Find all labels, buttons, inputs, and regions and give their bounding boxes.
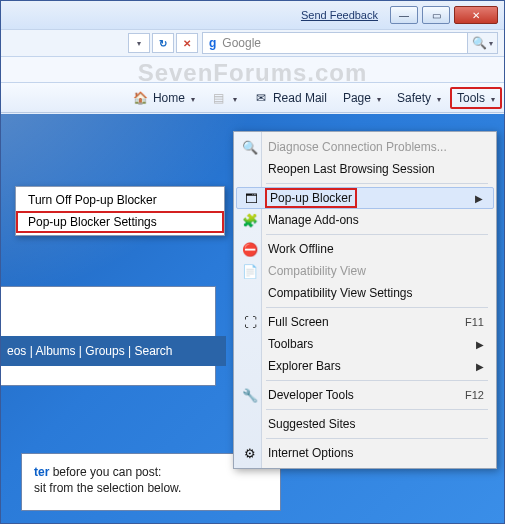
command-bar: 🏠Home ▤ ✉Read Mail Page Safety Tools <box>1 83 504 113</box>
menu-item-label: Work Offline <box>268 242 334 256</box>
tools-menu-item-diagnose: 🔍Diagnose Connection Problems... <box>236 136 494 158</box>
tools-menu-button[interactable]: Tools <box>450 87 502 109</box>
send-feedback-link[interactable]: Send Feedback <box>301 9 378 21</box>
menu-item-label: Compatibility View Settings <box>268 286 413 300</box>
tools-menu-item-suggested[interactable]: Suggested Sites <box>236 413 494 435</box>
compatview-icon: 📄 <box>241 262 259 280</box>
fullscreen-icon: ⛶ <box>241 313 259 331</box>
feed-icon: ▤ <box>211 90 227 106</box>
tools-menu-item-popup[interactable]: 🗔Pop-up Blocker▶ <box>236 187 494 209</box>
mail-icon: ✉ <box>253 90 269 106</box>
page-menu-button[interactable]: Page <box>336 87 388 109</box>
addons-icon: 🧩 <box>241 211 259 229</box>
tools-menu-item-toolbars[interactable]: Toolbars▶ <box>236 333 494 355</box>
menu-item-label: Diagnose Connection Problems... <box>268 140 447 154</box>
address-row: ↻ ✕ g Google 🔍 ▾ <box>1 29 504 57</box>
menu-item-label: Compatibility View <box>268 264 366 278</box>
search-go-button[interactable]: 🔍 ▾ <box>468 32 498 54</box>
tools-menu-item-inetopt[interactable]: ⚙Internet Options <box>236 442 494 464</box>
popup-blocker-settings-item[interactable]: Pop-up Blocker Settings <box>16 211 224 233</box>
tools-menu-item-compatset[interactable]: Compatibility View Settings <box>236 282 494 304</box>
turn-off-popup-blocker-item[interactable]: Turn Off Pop-up Blocker <box>16 189 224 211</box>
tabstrip-item[interactable]: Search <box>134 344 172 358</box>
menu-shortcut: F11 <box>465 316 484 328</box>
titlebar: Send Feedback — ▭ ✕ <box>1 1 504 29</box>
tools-menu-item-devtools[interactable]: 🔧Developer ToolsF12 <box>236 384 494 406</box>
home-icon: 🏠 <box>133 90 149 106</box>
diagnose-icon: 🔍 <box>241 138 259 156</box>
history-dropdown-button[interactable] <box>128 33 150 53</box>
inetopt-icon: ⚙ <box>241 444 259 462</box>
tools-menu-item-explorerbars[interactable]: Explorer Bars▶ <box>236 355 494 377</box>
tools-menu-item-addons[interactable]: 🧩Manage Add-ons <box>236 209 494 231</box>
menu-item-label: Internet Options <box>268 446 353 460</box>
menu-item-label: Manage Add-ons <box>268 213 359 227</box>
submenu-arrow-icon: ▶ <box>475 193 483 204</box>
tabstrip-item[interactable]: Groups <box>85 344 124 358</box>
menu-item-label: Full Screen <box>268 315 329 329</box>
tools-menu-item-compatview: 📄Compatibility View <box>236 260 494 282</box>
tabstrip-item[interactable]: Albums <box>35 344 75 358</box>
home-button[interactable]: 🏠Home <box>126 86 202 110</box>
menu-item-label: Suggested Sites <box>268 417 355 431</box>
tools-menu-item-offline[interactable]: ⛔Work Offline <box>236 238 494 260</box>
read-mail-button[interactable]: ✉Read Mail <box>246 86 334 110</box>
offline-icon: ⛔ <box>241 240 259 258</box>
search-box[interactable]: g Google <box>202 32 468 54</box>
safety-menu-button[interactable]: Safety <box>390 87 448 109</box>
menu-item-label: Developer Tools <box>268 388 354 402</box>
menu-item-label: Toolbars <box>268 337 313 351</box>
register-link-fragment[interactable]: ter <box>34 465 49 479</box>
close-button[interactable]: ✕ <box>454 6 498 24</box>
feeds-button[interactable]: ▤ <box>204 86 244 110</box>
tabstrip-item[interactable]: eos <box>7 344 26 358</box>
search-engine-icon: g <box>209 36 216 50</box>
search-icon: 🔍 <box>472 36 487 50</box>
popup-blocker-submenu: Turn Off Pop-up Blocker Pop-up Blocker S… <box>15 186 225 236</box>
window-frame: Send Feedback — ▭ ✕ ↻ ✕ g Google 🔍 ▾ Sev… <box>0 0 505 524</box>
refresh-button[interactable]: ↻ <box>152 33 174 53</box>
menu-item-label: Pop-up Blocker <box>268 191 354 205</box>
tools-menu-item-fullscreen[interactable]: ⛶Full ScreenF11 <box>236 311 494 333</box>
tools-menu-item-reopen[interactable]: Reopen Last Browsing Session <box>236 158 494 180</box>
tools-dropdown-menu: 🔍Diagnose Connection Problems...Reopen L… <box>233 131 497 469</box>
maximize-button[interactable]: ▭ <box>422 6 450 24</box>
menu-shortcut: F12 <box>465 389 484 401</box>
devtools-icon: 🔧 <box>241 386 259 404</box>
menu-item-label: Explorer Bars <box>268 359 341 373</box>
minimize-button[interactable]: — <box>390 6 418 24</box>
submenu-arrow-icon: ▶ <box>476 339 484 350</box>
stop-button[interactable]: ✕ <box>176 33 198 53</box>
search-placeholder: Google <box>222 36 261 50</box>
menu-item-label: Reopen Last Browsing Session <box>268 162 435 176</box>
page-tabstrip-fragment: eos | Albums | Groups | Search <box>1 336 226 366</box>
popup-icon: 🗔 <box>242 189 260 207</box>
submenu-arrow-icon: ▶ <box>476 361 484 372</box>
favorites-row <box>1 57 504 83</box>
